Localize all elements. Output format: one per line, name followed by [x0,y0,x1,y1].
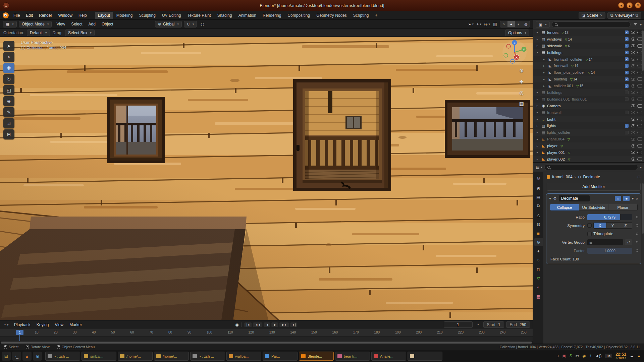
exclude-checkbox[interactable] [625,31,629,34]
workspace-tab[interactable]: Scripting [350,12,372,19]
hide-eye-icon[interactable] [631,31,635,34]
exclude-checkbox[interactable] [625,124,629,128]
disable-render-icon[interactable] [638,51,642,54]
expand-arrow-icon[interactable]: ▸ [543,78,546,81]
outliner-row[interactable]: ▸ ◣ collider.001 15 [533,82,644,89]
minimize-button[interactable] [618,2,624,8]
blender-logo-icon[interactable] [3,12,9,18]
expand-arrow-icon[interactable]: ▸ [543,84,546,87]
expand-arrow-icon[interactable]: ▸ [543,64,546,67]
keyboard-layout-indicator[interactable]: us [605,354,612,358]
tab-object[interactable]: ▣ [534,229,543,237]
add-modifier-button[interactable]: Add Modifier [547,183,641,191]
taskbar-window-button[interactable]: bear tr... [335,352,370,361]
camera-view-icon[interactable]: ◎ [519,90,524,96]
measure-tool[interactable]: ⊿ [3,118,14,128]
hide-eye-icon[interactable] [631,131,635,134]
gizmo-x-label[interactable]: X [516,56,518,59]
menu-item[interactable]: Render [36,12,55,19]
unlink-scene-icon[interactable] [600,13,602,18]
tab-viewlayer[interactable]: ⧉ [534,202,543,210]
music-icon[interactable]: ♪ [557,354,559,358]
display-viewport-toggle[interactable] [615,196,621,201]
hide-eye-icon[interactable] [631,151,635,154]
color-picker-icon[interactable]: ◉ [582,354,586,358]
close-button[interactable] [635,2,641,8]
keying-icon[interactable] [475,321,481,328]
rotate-tool[interactable]: ↻ [3,74,14,84]
modifier-name-field[interactable]: Decimate [559,195,590,201]
navigation-gizmo[interactable]: Z Y X [501,39,528,66]
drag-select[interactable]: Select Box [65,29,95,36]
panel-expand-icon[interactable] [549,196,551,201]
keyframe-dot-icon[interactable] [636,224,638,227]
launcher-browser-icon[interactable]: ◉ [33,352,42,361]
tab-texture[interactable]: ▦ [534,292,543,300]
timeline-track[interactable] [0,337,533,341]
play-button[interactable]: ► [272,322,278,327]
overlays-button[interactable] [484,21,490,27]
hide-eye-icon[interactable] [631,144,635,147]
outliner-row[interactable]: ▸ ▤ windows 14 [533,36,644,43]
exclude-checkbox[interactable] [625,131,629,134]
hide-eye-icon[interactable] [631,98,635,101]
editor-type-button[interactable] [3,21,17,27]
launcher-media-icon[interactable]: ▲ [22,352,32,361]
expand-arrow-icon[interactable]: ▸ [537,98,540,101]
disable-render-icon[interactable] [638,158,642,161]
expand-arrow-icon[interactable]: ▸ [537,118,540,121]
hide-eye-icon[interactable] [631,71,635,74]
outliner-row[interactable]: ▸ ☼ Light [533,116,644,123]
window-menu-button[interactable] [3,2,9,9]
keyframe-dot-icon[interactable] [636,241,638,243]
outliner-row[interactable]: ▸ ▤ fences 13 [533,29,644,36]
add-cube-tool[interactable]: ⊞ [3,129,14,139]
current-frame-field[interactable]: 1 [444,321,473,328]
exclude-checkbox[interactable] [625,57,629,61]
menu-item[interactable]: File [11,12,22,19]
invert-vertex-group-button[interactable] [625,239,632,245]
expand-arrow-icon[interactable]: ▸ [537,151,540,154]
screenshot-icon[interactable]: ✂ [576,354,579,358]
menu-item[interactable]: Window [55,12,75,19]
taskbar-window-button[interactable]: ~ : zsh ... [45,352,80,361]
workspace-tab[interactable]: Geometry Nodes [313,12,350,19]
cursor-tool[interactable]: ⌖ [3,52,14,62]
bluetooth-icon[interactable]: ᛒ [589,354,591,358]
disable-render-icon[interactable] [638,98,642,101]
workspace-tab[interactable]: + [372,12,381,19]
disable-render-icon[interactable] [638,44,642,48]
hide-eye-icon[interactable] [631,124,635,127]
tab-particles[interactable]: ✦ [534,247,543,255]
display-render-toggle[interactable] [623,196,630,201]
outliner-row[interactable]: ▸ ▤ buildings.001_floor.001 [533,96,644,103]
taskbar-window-button[interactable]: Blende... [299,352,334,361]
outliner-row[interactable]: ▸ ◣ frontwall 14 [533,62,644,69]
exclude-checkbox[interactable] [625,44,629,48]
hide-eye-icon[interactable] [631,118,635,121]
hide-eye-icon[interactable] [631,91,635,94]
outliner-row[interactable]: ▸ ◣ player.002 [533,156,644,163]
tab-constraints[interactable]: ⊓ [534,265,543,273]
tab-material[interactable]: ◐ [534,283,543,291]
modifier-extras-icon[interactable] [632,196,634,201]
chat-icon[interactable]: S [570,354,572,358]
disable-render-icon[interactable] [638,77,642,81]
jump-end-button[interactable]: ►| [290,322,297,327]
outliner-row[interactable]: ▸ ▤ frontwall [533,109,644,116]
shading-rendered-icon[interactable]: ◍ [522,21,530,27]
transform-tool[interactable]: ⊕ [3,96,14,106]
proportional-edit-icon[interactable] [199,21,206,27]
disable-render-icon[interactable] [638,131,642,134]
hide-eye-icon[interactable] [631,44,635,47]
scene-selector[interactable]: Scene [579,12,605,19]
hide-eye-icon[interactable] [631,58,635,61]
launcher-terminal-icon[interactable]: ›_ [12,352,21,361]
workspace-tab[interactable]: Animation [235,12,259,19]
gizmos-button[interactable] [476,21,482,27]
taskbar-window-button[interactable]: Par... [263,352,298,361]
xray-button[interactable] [492,21,498,27]
menu-item[interactable]: Edit [23,12,36,19]
modifier-delete-icon[interactable] [636,196,638,201]
taskbar-window-button[interactable]: /home/... [118,352,153,361]
